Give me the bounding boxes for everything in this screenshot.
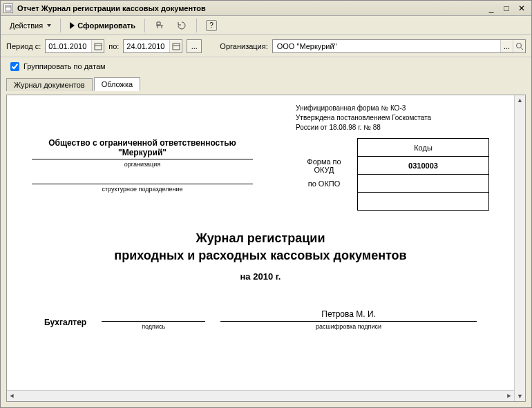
settings-button[interactable] xyxy=(149,18,170,33)
cover-subdivision-line xyxy=(32,175,253,184)
calendar-icon xyxy=(172,42,180,50)
minimize-button[interactable]: _ xyxy=(484,3,498,14)
signature-role: Бухгалтер xyxy=(44,318,86,330)
tab-cover[interactable]: Обложка xyxy=(94,77,140,91)
signature-decode-caption: расшифровка подписи xyxy=(220,323,477,330)
scroll-right-icon[interactable]: ► xyxy=(504,391,514,400)
svg-rect-2 xyxy=(95,43,102,50)
actions-label: Действия xyxy=(10,21,43,30)
scroll-left-icon[interactable]: ◄ xyxy=(7,391,17,400)
cover-title-line1: Журнал регистрации xyxy=(32,231,489,246)
signature-decode-value: Петрова М. И. xyxy=(220,309,477,322)
period-from-label: Период с: xyxy=(6,42,41,50)
cover-org-name: Общество с ограниченной ответственностью… xyxy=(32,138,253,159)
vertical-scrollbar[interactable]: ▲ ▼ xyxy=(514,95,525,401)
period-to-label: по: xyxy=(108,42,119,50)
okud-value: 0310003 xyxy=(358,157,489,175)
svg-rect-0 xyxy=(6,6,11,11)
svg-line-7 xyxy=(521,48,523,50)
organization-select-button[interactable]: ... xyxy=(500,40,513,52)
help-icon: ? xyxy=(206,20,217,31)
signature-row: Бухгалтер подпись Петрова М. И. расшифро… xyxy=(32,309,489,330)
date-from-calendar-button[interactable] xyxy=(91,40,104,52)
organization-input[interactable] xyxy=(273,40,500,52)
okpo-label: по ОКПО xyxy=(296,175,358,193)
svg-rect-4 xyxy=(173,43,180,50)
window-title: Отчет Журнал регистрации кассовых докуме… xyxy=(17,4,484,12)
approval-line: Утверждена постановлением Госкомстата xyxy=(296,113,489,123)
organization-lookup-button[interactable] xyxy=(513,40,525,52)
cover-title-line2: приходных и расходных кассовых документо… xyxy=(32,249,489,263)
extra-code-cell xyxy=(358,193,489,211)
close-button[interactable]: ✕ xyxy=(515,3,529,14)
organization-field[interactable]: ... xyxy=(272,39,526,53)
date-from-field[interactable] xyxy=(45,39,104,53)
toolbar: Действия Сформировать ? xyxy=(1,16,531,35)
cover-document: Общество с ограниченной ответственностью… xyxy=(7,95,514,390)
restore-icon xyxy=(176,20,187,31)
calendar-icon xyxy=(94,42,102,50)
organization-label: Организация: xyxy=(220,42,267,50)
document-frame: Общество с ограниченной ответственностью… xyxy=(6,95,526,402)
scroll-up-icon[interactable]: ▲ xyxy=(515,95,525,105)
toolbar-separator xyxy=(196,19,197,32)
horizontal-scrollbar[interactable]: ◄ ► xyxy=(7,390,514,401)
svg-point-6 xyxy=(516,43,521,48)
generate-label: Сформировать xyxy=(77,21,135,30)
date-to-field[interactable] xyxy=(123,39,182,53)
magnifier-icon xyxy=(515,42,524,50)
signature-caption: подпись xyxy=(102,323,205,330)
tab-journal[interactable]: Журнал документов xyxy=(6,78,93,91)
okpo-value xyxy=(358,175,489,193)
toolbar-separator xyxy=(60,19,61,32)
actions-menu-button[interactable]: Действия xyxy=(5,18,56,33)
codes-table: Коды Форма по ОКУД 0310003 по ОКПО xyxy=(296,138,489,211)
approval-line: России от 18.08.98 г. № 88 xyxy=(296,123,489,133)
play-icon xyxy=(70,22,75,29)
chevron-down-icon xyxy=(47,24,51,27)
tab-body: Общество с ограниченной ответственностью… xyxy=(1,90,531,407)
params-bar: Период с: по: ... Организация: ... xyxy=(1,35,531,57)
cover-period: на 2010 г. xyxy=(32,271,489,282)
group-by-dates-checkbox[interactable] xyxy=(10,62,19,71)
options-row: Группировать по датам xyxy=(1,57,531,75)
maximize-button[interactable]: □ xyxy=(500,3,513,14)
period-select-button[interactable]: ... xyxy=(187,39,202,53)
cover-subdivision-caption: структурное подразделение xyxy=(32,186,253,193)
approval-text: Унифицированная форма № КО-3 Утверждена … xyxy=(296,104,489,133)
okud-label: Форма по ОКУД xyxy=(296,157,358,175)
cover-org-caption: организация xyxy=(32,161,253,168)
tabs: Журнал документов Обложка xyxy=(1,75,531,90)
window-icon xyxy=(3,3,13,13)
date-to-calendar-button[interactable] xyxy=(169,40,182,52)
signature-line xyxy=(102,309,205,322)
date-to-input[interactable] xyxy=(124,40,169,52)
help-button[interactable]: ? xyxy=(201,18,222,33)
toolbar-separator xyxy=(144,19,145,32)
codes-header: Коды xyxy=(358,139,489,157)
generate-button[interactable]: Сформировать xyxy=(65,18,140,33)
approval-line: Унифицированная форма № КО-3 xyxy=(296,104,489,113)
scroll-down-icon[interactable]: ▼ xyxy=(515,391,525,401)
group-by-dates-label: Группировать по датам xyxy=(23,62,106,70)
app-window: Отчет Журнал регистрации кассовых докуме… xyxy=(0,0,532,408)
titlebar: Отчет Журнал регистрации кассовых докуме… xyxy=(1,1,531,16)
restore-settings-button[interactable] xyxy=(171,18,192,33)
settings-icon xyxy=(154,20,165,31)
date-from-input[interactable] xyxy=(46,40,91,52)
